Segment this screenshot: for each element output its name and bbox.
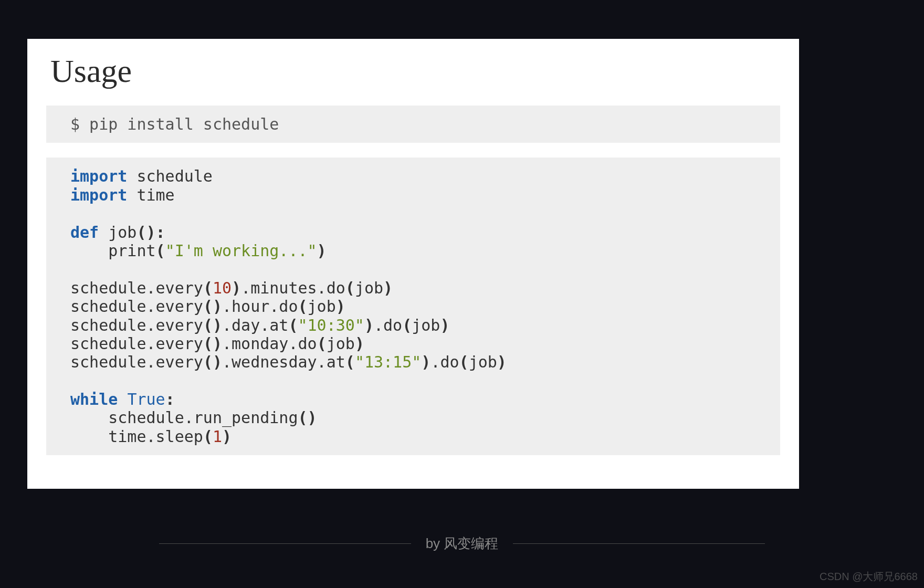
string-literal: "I'm working..." xyxy=(165,242,317,260)
indent xyxy=(70,408,108,427)
code-punc: ) xyxy=(497,353,507,371)
code-text: schedule.every xyxy=(70,297,203,316)
code-text: schedule.run_pending xyxy=(108,408,298,427)
code-punc: ) xyxy=(336,297,345,316)
code-text: schedule.every xyxy=(70,279,203,297)
keyword-def: def xyxy=(70,223,99,242)
shell-command-block[interactable]: $ pip install schedule xyxy=(46,106,780,143)
footer-text: by 风变编程 xyxy=(426,534,499,553)
code-punc: ( xyxy=(203,427,213,446)
code-punc: () xyxy=(298,408,317,427)
code-punc: ( xyxy=(402,316,412,334)
keyword-while: while xyxy=(70,390,118,408)
code-text: job xyxy=(327,334,355,353)
divider-line xyxy=(159,543,411,544)
code-punc: ( xyxy=(298,297,308,316)
code-punc: ( xyxy=(288,316,298,334)
code-punc: ( xyxy=(317,334,327,353)
footer: by 风变编程 xyxy=(0,534,924,553)
code-text: .day.at xyxy=(222,316,288,334)
code-punc: ) xyxy=(232,279,241,297)
shell-command: $ pip install schedule xyxy=(70,115,279,133)
code-text: job xyxy=(412,316,440,334)
code-punc: ( xyxy=(345,279,355,297)
space xyxy=(118,390,127,408)
code-text: .do xyxy=(374,316,402,334)
code-text: job xyxy=(99,223,136,242)
code-punc: ) xyxy=(421,353,430,371)
code-punc: ( xyxy=(459,353,469,371)
code-text: .minutes.do xyxy=(241,279,345,297)
code-punc: ) xyxy=(383,279,393,297)
code-text: .monday.do xyxy=(222,334,317,353)
code-punc: ( xyxy=(156,242,165,260)
code-text: schedule xyxy=(127,167,213,185)
code-punc: ( xyxy=(345,353,355,371)
code-text: .hour.do xyxy=(222,297,298,316)
code-punc: ) xyxy=(355,334,364,353)
section-heading: Usage xyxy=(50,52,783,90)
code-text: time xyxy=(127,186,174,204)
code-text: schedule.every xyxy=(70,316,203,334)
code-text: schedule.every xyxy=(70,353,203,371)
watermark: CSDN @大师兄6668 xyxy=(820,570,918,584)
code-text: .wednesday.at xyxy=(222,353,345,371)
indent xyxy=(70,242,108,260)
code-text: time.sleep xyxy=(108,427,203,446)
python-code-block[interactable]: import schedule import time def job(): p… xyxy=(46,158,780,455)
number-literal: 10 xyxy=(213,279,232,297)
string-literal: "13:15" xyxy=(355,353,421,371)
code-punc: (): xyxy=(136,223,165,242)
code-text: .do xyxy=(430,353,459,371)
indent xyxy=(70,427,108,446)
code-punc: () xyxy=(203,353,222,371)
code-punc: () xyxy=(203,334,222,353)
code-punc: () xyxy=(203,316,222,334)
code-text: print xyxy=(108,242,155,260)
number-literal: 1 xyxy=(213,427,222,446)
code-punc: ) xyxy=(440,316,449,334)
code-text: job xyxy=(469,353,497,371)
code-punc: ( xyxy=(203,279,213,297)
keyword-import: import xyxy=(70,167,127,185)
code-text: job xyxy=(355,279,383,297)
code-punc: () xyxy=(203,297,222,316)
code-punc: ) xyxy=(364,316,374,334)
code-text: schedule.every xyxy=(70,334,203,353)
keyword-import: import xyxy=(70,186,127,204)
code-punc: ) xyxy=(317,242,327,260)
divider-line xyxy=(513,543,765,544)
builtin-true: True xyxy=(127,390,165,408)
doc-card: Usage $ pip install schedule import sche… xyxy=(27,39,799,489)
code-punc: : xyxy=(165,390,175,408)
code-text: job xyxy=(308,297,336,316)
code-punc: ) xyxy=(222,427,232,446)
string-literal: "10:30" xyxy=(298,316,364,334)
